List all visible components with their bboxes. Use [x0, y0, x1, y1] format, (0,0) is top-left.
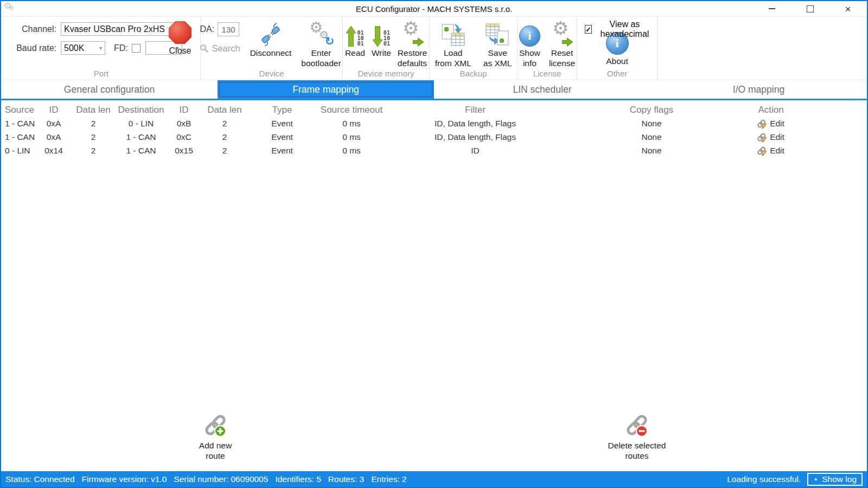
- column-header[interactable]: Data len: [73, 105, 114, 115]
- cell-id: 0xA: [35, 132, 73, 142]
- restore-defaults-button[interactable]: ⚙ Restore defaults: [395, 20, 429, 69]
- group-label-other: Other: [577, 69, 657, 78]
- da-label: DA:: [200, 24, 214, 34]
- maximize-button[interactable]: [791, 1, 829, 16]
- reset-license-button[interactable]: ⚙ Reset license: [547, 20, 577, 69]
- tab-general-configuration[interactable]: General configuration: [1, 80, 218, 99]
- column-header[interactable]: Destination: [114, 105, 168, 115]
- column-header[interactable]: Type: [250, 105, 315, 115]
- reset-license-label: Reset license: [549, 48, 575, 68]
- close-icon: ×: [845, 4, 851, 14]
- minimize-button[interactable]: [753, 1, 791, 16]
- cell-id: 0xA: [35, 119, 73, 129]
- cell-timeout: 0 ms: [315, 119, 388, 129]
- write-label: Write: [372, 48, 391, 58]
- channel-select[interactable]: Kvaser USBcan Pro 2xHS v2 # ▾: [61, 22, 176, 36]
- cell-filter: ID, Data length, Flags: [388, 132, 562, 142]
- gear-arrow-icon: ⚙: [400, 21, 424, 48]
- info-circle-icon: i: [519, 21, 540, 48]
- status-message: Loading successful.: [727, 474, 801, 484]
- load-from-xml-button[interactable]: Load from XML: [433, 20, 474, 69]
- routes-count: Routes: 3: [328, 474, 364, 484]
- add-new-route-button[interactable]: Add new route: [175, 413, 256, 461]
- group-label-license: License: [518, 69, 577, 78]
- disconnect-button[interactable]: Disconnect: [248, 20, 294, 59]
- column-header[interactable]: ID: [168, 105, 200, 115]
- stop-sign-icon: [169, 21, 192, 44]
- cell-len2: 2: [200, 146, 250, 156]
- edit-route-button[interactable]: Edit: [741, 118, 801, 129]
- column-header[interactable]: Source timeout: [315, 105, 388, 115]
- search-label: Search: [212, 43, 240, 54]
- show-info-button[interactable]: i Show info: [517, 20, 542, 69]
- status-bar-right: Loading successful. ▲ Show log: [727, 473, 863, 486]
- chevron-up-icon: ▲: [813, 477, 818, 481]
- edit-route-button[interactable]: Edit: [741, 145, 801, 156]
- search-button[interactable]: Search: [200, 43, 240, 54]
- column-header[interactable]: Source: [1, 105, 35, 115]
- cell-source: 1 - CAN: [1, 132, 35, 142]
- column-header[interactable]: Data len: [200, 105, 250, 115]
- column-header[interactable]: ID: [35, 105, 73, 115]
- column-header[interactable]: Action: [741, 105, 801, 115]
- delete-selected-routes-button[interactable]: Delete selected routes: [596, 413, 678, 461]
- cell-dest: 1 - CAN: [114, 146, 168, 156]
- load-from-xml-label: Load from XML: [435, 48, 471, 68]
- close-button[interactable]: ×: [829, 1, 867, 16]
- checkbox-checked-icon: ✓: [585, 25, 592, 34]
- edit-route-button[interactable]: Edit: [741, 132, 801, 142]
- firmware-version: Firmware version: v1.0: [82, 474, 167, 484]
- cell-dest: 0 - LIN: [114, 119, 168, 129]
- refresh-arrows-icon: ↻: [324, 35, 334, 48]
- save-as-xml-button[interactable]: Save as XML: [481, 20, 514, 69]
- cell-copy: None: [562, 146, 741, 156]
- ribbon-group-device-memory: 01 10 01 Read 01 10 01 Write ⚙ Restore d…: [343, 17, 430, 80]
- baud-rate-select[interactable]: 500K ▾: [61, 41, 105, 55]
- table-body: 1 - CAN0xA20 - LIN0xB2Event0 msID, Data …: [1, 117, 867, 157]
- cell-type: Event: [250, 119, 315, 129]
- channel-row: Channel: Kvaser USBcan Pro 2xHS v2 # ▾: [2, 22, 176, 36]
- da-row: DA: 130: [200, 22, 240, 36]
- plug-icon: [258, 21, 283, 48]
- bootloader-gears-icon: ⚙ ⚙ ↻: [308, 21, 334, 48]
- cell-id: 0x14: [35, 146, 73, 156]
- app-window: ⚙ ⚙ ECU Configurator - MACH SYSTEMS s.r.…: [0, 0, 868, 488]
- dropdown-arrow-icon: ▾: [99, 45, 102, 51]
- table-row[interactable]: 0 - LIN0x1421 - CAN0x152Event0 msIDNoneE…: [1, 144, 867, 157]
- da-input[interactable]: 130: [218, 22, 239, 36]
- cell-len: 2: [73, 119, 114, 129]
- cell-len: 2: [73, 146, 114, 156]
- table-header-row: SourceIDData lenDestinationIDData lenTyp…: [1, 100, 867, 117]
- read-label: Read: [345, 48, 365, 58]
- app-gears-icon: ⚙ ⚙: [4, 2, 18, 15]
- close-port-button[interactable]: Close: [165, 21, 195, 56]
- binary-digits-icon: 01 10 01: [384, 30, 390, 47]
- read-button[interactable]: 01 10 01 Read: [343, 20, 367, 59]
- fd-checkbox[interactable]: [132, 44, 141, 53]
- tab-lin-scheduler[interactable]: LIN scheduler: [434, 80, 650, 99]
- table-row[interactable]: 1 - CAN0xA21 - CAN0xC2Event0 msID, Data …: [1, 130, 867, 144]
- table-row[interactable]: 1 - CAN0xA20 - LIN0xB2Event0 msID, Data …: [1, 117, 867, 130]
- view-as-hexadecimal-checkbox[interactable]: ✓ View as hexadecimal: [582, 19, 657, 40]
- column-header[interactable]: Filter: [388, 105, 562, 115]
- column-header[interactable]: Copy flags: [562, 105, 741, 115]
- fd-label: FD:: [114, 43, 128, 53]
- ribbon-group-device: DA: 130 Search: [201, 17, 343, 80]
- tab-bar: General configuration Frame mapping LIN …: [1, 80, 867, 99]
- show-log-button[interactable]: ▲ Show log: [807, 473, 863, 486]
- entries-count: Entries: 2: [371, 474, 406, 484]
- delete-selected-routes-label: Delete selected routes: [608, 440, 666, 461]
- enter-bootloader-button[interactable]: ⚙ ⚙ ↻ Enter bootloader: [299, 20, 343, 69]
- write-download-icon: 01 10 01: [373, 21, 390, 48]
- view-as-hexadecimal-label: View as hexadecimal: [596, 20, 654, 39]
- channel-label: Channel:: [2, 24, 56, 34]
- enter-bootloader-label: Enter bootloader: [301, 48, 341, 68]
- close-port-label: Close: [169, 46, 192, 56]
- window-controls: ×: [753, 1, 867, 16]
- tab-frame-mapping[interactable]: Frame mapping: [218, 80, 434, 99]
- edit-chain-pencil-icon: [757, 145, 767, 156]
- status-connected: Status: Connected: [5, 474, 75, 484]
- write-button[interactable]: 01 10 01 Write: [369, 20, 393, 59]
- tab-io-mapping[interactable]: I/O mapping: [650, 80, 867, 99]
- window-title: ECU Configurator - MACH SYSTEMS s.r.o.: [1, 4, 867, 14]
